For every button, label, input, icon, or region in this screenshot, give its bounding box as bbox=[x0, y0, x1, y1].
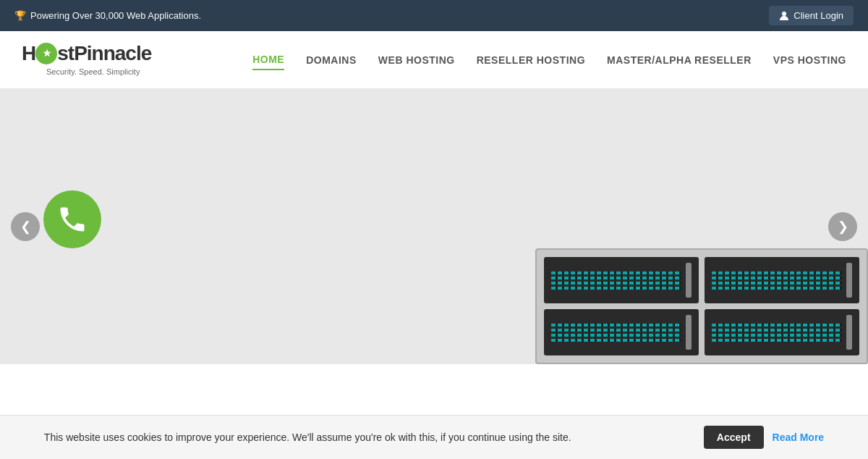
logo-area: HstPinnacle Security. Speed. Simplicity bbox=[22, 43, 151, 76]
slider-prev-button[interactable]: ❮ bbox=[11, 212, 40, 241]
logo-star-icon bbox=[35, 43, 57, 64]
trophy-icon: 🏆 bbox=[14, 10, 26, 21]
svg-point-0 bbox=[782, 12, 786, 16]
phone-icon-button[interactable] bbox=[43, 190, 101, 248]
server-unit-3 bbox=[544, 309, 699, 355]
nav-web-hosting[interactable]: WEB HOSTING bbox=[378, 51, 455, 70]
nav-home[interactable]: HOME bbox=[252, 50, 284, 70]
top-bar: 🏆 Powering Over 30,000 Web Applications.… bbox=[0, 0, 868, 31]
nav-domains[interactable]: DOMAINS bbox=[306, 51, 357, 70]
slider-next-button[interactable]: ❯ bbox=[828, 212, 857, 241]
header: HstPinnacle Security. Speed. Simplicity … bbox=[0, 31, 868, 89]
logo-tagline: Security. Speed. Simplicity bbox=[22, 67, 140, 76]
server-unit-4 bbox=[705, 309, 859, 355]
server-rack-image bbox=[535, 248, 868, 364]
server-unit-1 bbox=[544, 257, 699, 303]
hero-section: ❮ bbox=[0, 89, 868, 364]
client-login-button[interactable]: Client Login bbox=[769, 6, 854, 25]
logo: HstPinnacle bbox=[22, 43, 151, 66]
nav-master-alpha-reseller[interactable]: MASTER/ALPHA RESELLER bbox=[607, 51, 752, 70]
nav-reseller-hosting[interactable]: RESELLER HOSTING bbox=[477, 51, 585, 70]
nav-vps-hosting[interactable]: VPS HOSTING bbox=[773, 51, 846, 70]
phone-icon bbox=[56, 203, 88, 235]
main-nav: HOME DOMAINS WEB HOSTING RESELLER HOSTIN… bbox=[252, 50, 846, 70]
brand-logo: HstPinnacle bbox=[22, 43, 151, 66]
server-unit-2 bbox=[705, 257, 859, 303]
user-icon bbox=[779, 11, 789, 21]
announcement-text: Powering Over 30,000 Web Applications. bbox=[30, 10, 201, 21]
top-bar-announcement: 🏆 Powering Over 30,000 Web Applications. bbox=[14, 10, 201, 21]
